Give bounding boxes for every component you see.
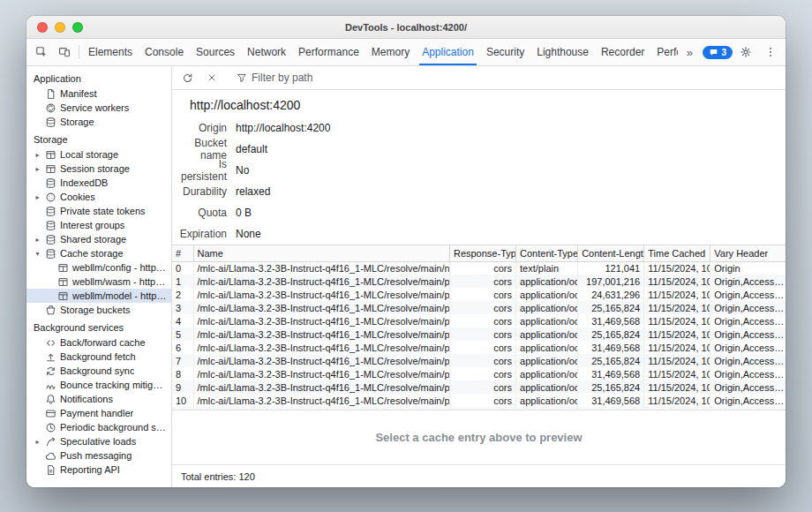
table-row[interactable]: 9/mlc-ai/Llama-3.2-3B-Instruct-q4f16_1-M… [172,380,786,394]
manifest-icon [45,88,56,100]
sidebar-item-local-storage[interactable]: ▸Local storage [26,147,171,162]
sidebar-item-session-storage[interactable]: ▸Session storage [26,162,171,176]
fetch-icon [45,351,56,363]
funnel-icon [237,72,247,83]
sidebar-item-storage-buckets[interactable]: Storage buckets [26,303,171,317]
cell-response-type: cors [449,261,515,275]
table-row[interactable]: 3/mlc-ai/Llama-3.2-3B-Instruct-q4f16_1-M… [172,301,786,314]
sidebar-item-webllm-model-http-loc[interactable]: webllm/model - http://loc… [26,289,171,303]
table-row[interactable]: 7/mlc-ai/Llama-3.2-3B-Instruct-q4f16_1-M… [172,354,786,367]
meta-row-durability: Durabilityrelaxed [172,181,786,202]
meta-row-origin: Originhttp://localhost:4200 [172,117,786,139]
cell-vary-header: Origin,Access… [710,301,786,314]
tab-security[interactable]: Security [480,39,530,65]
filter-by-path-input[interactable]: Filter by path [233,72,316,84]
column-header-time-cached[interactable]: Time Cached [644,245,710,261]
disclosure-arrow[interactable]: ▸ [34,193,41,201]
column-header-[interactable]: # [172,245,193,261]
sidebar-item-label: Interest groups [60,220,124,230]
issues-badge[interactable]: 3 [703,46,733,59]
tab-sources[interactable]: Sources [190,39,241,65]
refresh-icon[interactable] [176,72,199,84]
minimize-window-button[interactable] [55,22,65,33]
more-menu-icon[interactable] [759,46,782,58]
table-row[interactable]: 6/mlc-ai/Llama-3.2-3B-Instruct-q4f16_1-M… [172,341,786,354]
table-row[interactable]: 1/mlc-ai/Llama-3.2-3B-Instruct-q4f16_1-M… [172,275,786,288]
column-header-response-type[interactable]: Response-Type [449,245,515,261]
sidebar-item-notifications[interactable]: Notifications [26,392,171,406]
sidebar-item-label: Storage buckets [60,305,131,315]
more-tabs-button[interactable]: » [678,46,701,59]
sidebar-item-manifest[interactable]: Manifest [26,87,171,101]
table-row[interactable]: 10/mlc-ai/Llama-3.2-3B-Instruct-q4f16_1-… [172,394,786,407]
clock-icon [45,422,56,433]
sidebar-item-payment-handler[interactable]: Payment handler [26,406,171,420]
delete-selected-icon[interactable] [200,72,223,83]
tab-lighthouse[interactable]: Lighthouse [530,39,595,65]
sidebar-item-indexeddb[interactable]: IndexedDB [26,176,171,190]
disclosure-arrow[interactable]: ▸ [34,236,41,244]
table-row[interactable]: 0/mlc-ai/Llama-3.2-3B-Instruct-q4f16_1-M… [172,261,786,275]
tab-console[interactable]: Console [139,39,190,65]
settings-gear-icon[interactable] [734,46,757,58]
sidebar-item-label: Background sync [60,365,134,376]
device-toolbar-icon[interactable] [53,39,76,65]
cell-content-type: application/oc… [516,314,578,328]
sidebar-item-interest-groups[interactable]: Interest groups [26,218,171,232]
disclosure-arrow[interactable]: ▸ [34,151,41,159]
disclosure-arrow[interactable]: ▾ [34,250,41,258]
table-row[interactable]: 5/mlc-ai/Llama-3.2-3B-Instruct-q4f16_1-M… [172,328,786,341]
cell-content-length: 25,165,824 [578,354,644,367]
tab-performance-insights[interactable]: Performance insights [650,39,678,65]
cell-vary-header: Origin,Access… [710,314,786,328]
zoom-window-button[interactable] [72,22,83,33]
sidebar-item-background-sync[interactable]: Background sync [26,364,171,378]
cell-response-type: cors [449,275,515,288]
disclosure-arrow[interactable]: ▸ [34,165,41,173]
column-header-content-type[interactable]: Content-Type [516,245,578,261]
table-row[interactable]: 4/mlc-ai/Llama-3.2-3B-Instruct-q4f16_1-M… [172,314,786,328]
meta-label: Is persistent [172,158,227,183]
tab-network[interactable]: Network [241,39,292,65]
meta-value: default [236,143,267,155]
sidebar-item-service-workers[interactable]: Service workers [26,101,171,115]
tab-label: Network [247,46,286,58]
sidebar-item-push-messaging[interactable]: Push messaging [26,448,171,463]
sidebar-item-back-forward-cache[interactable]: Back/forward cache [26,335,171,350]
cell-time-cached: 11/15/2024, 10… [644,314,710,328]
table-row[interactable]: 8/mlc-ai/Llama-3.2-3B-Instruct-q4f16_1-M… [172,367,786,380]
sidebar-item-shared-storage[interactable]: ▸Shared storage [26,232,171,246]
table-icon [57,276,69,288]
tab-label: Memory [372,46,410,58]
cell-: 6 [172,341,193,354]
sidebar-item-label: Private state tokens [60,206,146,216]
tab-elements[interactable]: Elements [82,39,139,65]
column-header-content-length[interactable]: Content-Length [578,245,644,261]
cell-content-length: 25,165,824 [578,380,644,394]
sidebar-item-speculative-loads[interactable]: ▸Speculative loads [26,434,171,448]
table-row[interactable]: 2/mlc-ai/Llama-3.2-3B-Instruct-q4f16_1-M… [172,288,786,301]
sidebar-item-periodic-background-sync[interactable]: Periodic background sync [26,420,171,434]
disclosure-arrow[interactable]: ▸ [34,438,41,446]
sidebar-item-webllm-config-http-loc[interactable]: webllm/config - http://loc… [26,260,171,275]
sidebar-item-storage[interactable]: Storage [26,115,171,129]
tab-memory[interactable]: Memory [365,39,416,65]
sidebar-item-label: Push messaging [60,450,132,461]
column-header-vary-header[interactable]: Vary Header [710,245,786,261]
inspect-element-icon[interactable] [30,39,53,65]
titlebar: DevTools - localhost:4200/ [26,16,786,39]
sidebar-item-cookies[interactable]: ▸Cookies [26,190,171,204]
sidebar-item-webllm-wasm-http-loca[interactable]: webllm/wasm - http://loca… [26,275,171,289]
sidebar-item-cache-storage[interactable]: ▾Cache storage [26,246,171,260]
sidebar-item-bounce-tracking-mitigations[interactable]: Bounce tracking mitigations [26,378,171,392]
tab-application[interactable]: Application [416,39,480,65]
sidebar-item-background-fetch[interactable]: Background fetch [26,350,171,364]
back-forward-icon [45,337,56,349]
column-header-name[interactable]: Name [193,245,449,261]
close-window-button[interactable] [37,22,48,33]
tab-performance[interactable]: Performance [292,39,365,65]
sidebar-item-private-state-tokens[interactable]: Private state tokens [26,204,171,218]
tab-recorder[interactable]: Recorder [595,39,650,65]
cell-: 9 [172,380,193,394]
sidebar-item-reporting-api[interactable]: Reporting API [26,463,171,477]
